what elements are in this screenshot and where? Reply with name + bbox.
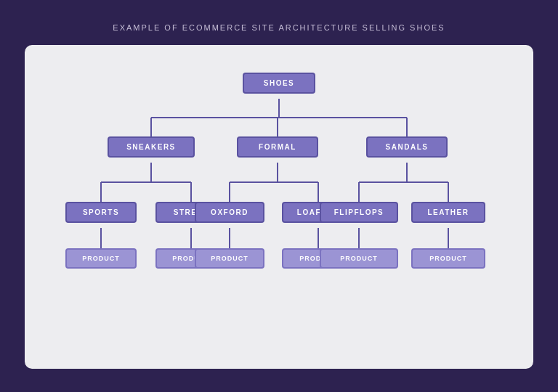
page-title: EXAMPLE OF ECOMMERCE SITE ARCHITECTURE S…	[113, 23, 445, 32]
node-oxford: OXFORD	[195, 202, 264, 223]
node-flipflops: FLIPFLOPS	[320, 202, 398, 223]
product-sports: PRODUCT	[65, 248, 137, 269]
node-sneakers: SNEAKERS	[108, 136, 195, 158]
diagram: SHOES SNEAKERS FORMAL SANDALS SPORTS STR…	[39, 65, 519, 348]
node-leather: LEATHER	[411, 202, 485, 223]
diagram-container: SHOES SNEAKERS FORMAL SANDALS SPORTS STR…	[25, 45, 533, 369]
product-flipflops: PRODUCT	[320, 248, 398, 269]
node-formal: FORMAL	[237, 136, 318, 158]
node-sandals: SANDALS	[366, 136, 448, 158]
product-leather: PRODUCT	[411, 248, 485, 269]
product-oxford: PRODUCT	[195, 248, 264, 269]
node-sports: SPORTS	[65, 202, 137, 223]
node-shoes: SHOES	[243, 73, 315, 94]
